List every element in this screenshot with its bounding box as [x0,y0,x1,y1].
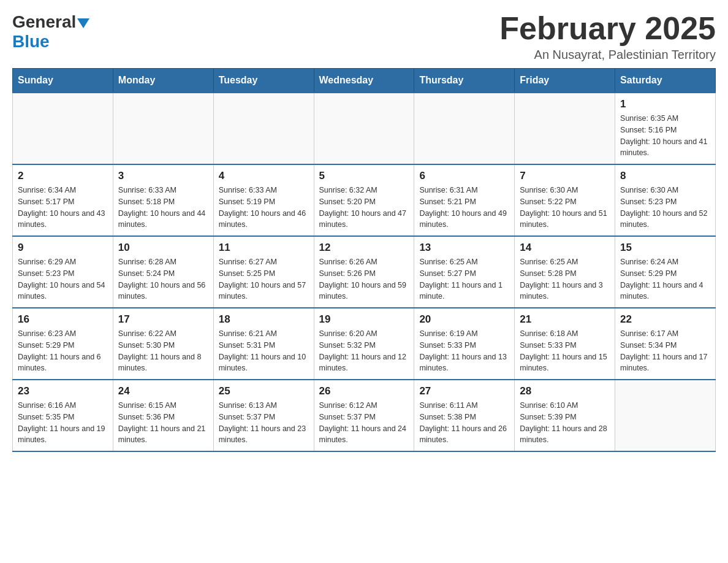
day-info: Sunrise: 6:30 AMSunset: 5:22 PMDaylight:… [520,185,610,231]
day-info: Sunrise: 6:29 AMSunset: 5:23 PMDaylight:… [18,256,108,302]
calendar-cell: 10Sunrise: 6:28 AMSunset: 5:24 PMDayligh… [113,236,213,308]
day-number: 1 [620,98,710,110]
calendar-cell: 20Sunrise: 6:19 AMSunset: 5:33 PMDayligh… [414,308,515,380]
day-number: 14 [520,242,610,254]
day-number: 11 [219,242,309,254]
day-info: Sunrise: 6:35 AMSunset: 5:16 PMDaylight:… [620,113,710,159]
calendar-cell: 2Sunrise: 6:34 AMSunset: 5:17 PMDaylight… [13,164,113,236]
day-number: 21 [520,313,610,326]
calendar-week-1: 1Sunrise: 6:35 AMSunset: 5:16 PMDaylight… [13,93,716,164]
calendar-cell: 14Sunrise: 6:25 AMSunset: 5:28 PMDayligh… [515,236,615,308]
calendar-cell: 8Sunrise: 6:30 AMSunset: 5:23 PMDaylight… [615,164,716,236]
day-info: Sunrise: 6:31 AMSunset: 5:21 PMDaylight:… [419,185,509,231]
calendar-cell: 28Sunrise: 6:10 AMSunset: 5:39 PMDayligh… [515,380,615,451]
day-number: 15 [620,242,710,254]
day-info: Sunrise: 6:15 AMSunset: 5:36 PMDaylight:… [118,400,208,446]
calendar-cell [213,93,314,164]
calendar-cell: 16Sunrise: 6:23 AMSunset: 5:29 PMDayligh… [13,308,113,380]
calendar-cell: 9Sunrise: 6:29 AMSunset: 5:23 PMDaylight… [13,236,113,308]
calendar-cell: 22Sunrise: 6:17 AMSunset: 5:34 PMDayligh… [615,308,716,380]
day-info: Sunrise: 6:19 AMSunset: 5:33 PMDaylight:… [419,328,509,374]
day-info: Sunrise: 6:23 AMSunset: 5:29 PMDaylight:… [18,328,108,374]
day-info: Sunrise: 6:18 AMSunset: 5:33 PMDaylight:… [520,328,610,374]
day-info: Sunrise: 6:25 AMSunset: 5:28 PMDaylight:… [520,256,610,302]
day-info: Sunrise: 6:17 AMSunset: 5:34 PMDaylight:… [620,328,710,374]
location-subtitle: An Nusayrat, Palestinian Territory [499,48,716,62]
calendar-cell [113,93,213,164]
day-number: 22 [620,313,710,326]
logo: General Blue [12,12,91,52]
logo-arrow-icon [77,18,89,28]
day-number: 16 [18,313,108,326]
weekday-header-saturday: Saturday [615,69,716,93]
month-title: February 2025 [499,12,716,44]
weekday-header-thursday: Thursday [414,69,515,93]
day-info: Sunrise: 6:12 AMSunset: 5:37 PMDaylight:… [319,400,409,446]
day-number: 25 [219,385,309,397]
day-number: 6 [419,170,509,182]
day-number: 2 [18,170,108,182]
calendar-cell: 27Sunrise: 6:11 AMSunset: 5:38 PMDayligh… [414,380,515,451]
calendar-cell: 11Sunrise: 6:27 AMSunset: 5:25 PMDayligh… [213,236,314,308]
page-header: General Blue February 2025 An Nusayrat, … [12,12,716,62]
day-number: 27 [419,385,509,397]
calendar-week-5: 23Sunrise: 6:16 AMSunset: 5:35 PMDayligh… [13,380,716,451]
calendar-cell: 25Sunrise: 6:13 AMSunset: 5:37 PMDayligh… [213,380,314,451]
day-number: 3 [118,170,208,182]
day-number: 28 [520,385,610,397]
day-info: Sunrise: 6:33 AMSunset: 5:18 PMDaylight:… [118,185,208,231]
calendar-week-2: 2Sunrise: 6:34 AMSunset: 5:17 PMDaylight… [13,164,716,236]
day-number: 19 [319,313,409,326]
calendar-cell [314,93,414,164]
day-info: Sunrise: 6:24 AMSunset: 5:29 PMDaylight:… [620,256,710,302]
day-info: Sunrise: 6:32 AMSunset: 5:20 PMDaylight:… [319,185,409,231]
day-number: 26 [319,385,409,397]
calendar-cell: 4Sunrise: 6:33 AMSunset: 5:19 PMDaylight… [213,164,314,236]
weekday-header-monday: Monday [113,69,213,93]
title-section: February 2025 An Nusayrat, Palestinian T… [499,12,716,62]
calendar-header-row: SundayMondayTuesdayWednesdayThursdayFrid… [13,69,716,93]
day-info: Sunrise: 6:20 AMSunset: 5:32 PMDaylight:… [319,328,409,374]
logo-blue-text: Blue [12,32,50,51]
day-number: 7 [520,170,610,182]
day-info: Sunrise: 6:27 AMSunset: 5:25 PMDaylight:… [219,256,309,302]
calendar-cell: 23Sunrise: 6:16 AMSunset: 5:35 PMDayligh… [13,380,113,451]
calendar-cell: 15Sunrise: 6:24 AMSunset: 5:29 PMDayligh… [615,236,716,308]
calendar-cell [13,93,113,164]
day-number: 4 [219,170,309,182]
calendar-cell [414,93,515,164]
day-info: Sunrise: 6:26 AMSunset: 5:26 PMDaylight:… [319,256,409,302]
logo-general-text: General [12,12,76,32]
day-number: 12 [319,242,409,254]
calendar-cell: 17Sunrise: 6:22 AMSunset: 5:30 PMDayligh… [113,308,213,380]
calendar-table: SundayMondayTuesdayWednesdayThursdayFrid… [12,68,716,452]
day-number: 20 [419,313,509,326]
day-number: 17 [118,313,208,326]
day-info: Sunrise: 6:21 AMSunset: 5:31 PMDaylight:… [219,328,309,374]
calendar-cell: 3Sunrise: 6:33 AMSunset: 5:18 PMDaylight… [113,164,213,236]
weekday-header-wednesday: Wednesday [314,69,414,93]
calendar-cell: 18Sunrise: 6:21 AMSunset: 5:31 PMDayligh… [213,308,314,380]
calendar-cell: 12Sunrise: 6:26 AMSunset: 5:26 PMDayligh… [314,236,414,308]
calendar-cell: 26Sunrise: 6:12 AMSunset: 5:37 PMDayligh… [314,380,414,451]
day-info: Sunrise: 6:13 AMSunset: 5:37 PMDaylight:… [219,400,309,446]
calendar-cell: 6Sunrise: 6:31 AMSunset: 5:21 PMDaylight… [414,164,515,236]
calendar-week-4: 16Sunrise: 6:23 AMSunset: 5:29 PMDayligh… [13,308,716,380]
day-number: 24 [118,385,208,397]
day-info: Sunrise: 6:34 AMSunset: 5:17 PMDaylight:… [18,185,108,231]
calendar-cell: 1Sunrise: 6:35 AMSunset: 5:16 PMDaylight… [615,93,716,164]
calendar-cell: 13Sunrise: 6:25 AMSunset: 5:27 PMDayligh… [414,236,515,308]
calendar-cell: 19Sunrise: 6:20 AMSunset: 5:32 PMDayligh… [314,308,414,380]
day-info: Sunrise: 6:33 AMSunset: 5:19 PMDaylight:… [219,185,309,231]
day-info: Sunrise: 6:30 AMSunset: 5:23 PMDaylight:… [620,185,710,231]
calendar-cell: 21Sunrise: 6:18 AMSunset: 5:33 PMDayligh… [515,308,615,380]
calendar-cell: 7Sunrise: 6:30 AMSunset: 5:22 PMDaylight… [515,164,615,236]
calendar-week-3: 9Sunrise: 6:29 AMSunset: 5:23 PMDaylight… [13,236,716,308]
calendar-cell: 24Sunrise: 6:15 AMSunset: 5:36 PMDayligh… [113,380,213,451]
day-info: Sunrise: 6:11 AMSunset: 5:38 PMDaylight:… [419,400,509,446]
day-info: Sunrise: 6:10 AMSunset: 5:39 PMDaylight:… [520,400,610,446]
day-info: Sunrise: 6:25 AMSunset: 5:27 PMDaylight:… [419,256,509,302]
weekday-header-sunday: Sunday [13,69,113,93]
day-number: 5 [319,170,409,182]
weekday-header-tuesday: Tuesday [213,69,314,93]
